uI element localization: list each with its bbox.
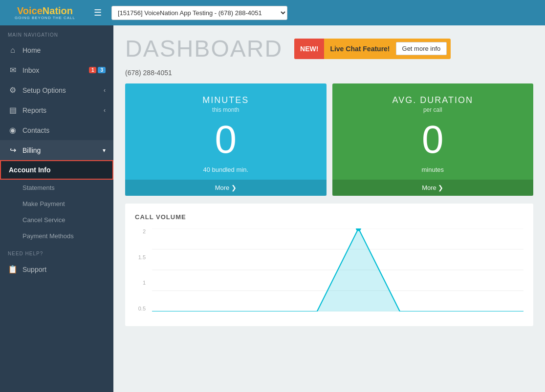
sidebar-item-contacts[interactable]: ◉ Contacts (0, 120, 113, 140)
stats-row: MINUTES this month 0 40 bundled min. Mor… (125, 83, 533, 196)
sidebar-item-support[interactable]: 📋 Support (0, 259, 113, 279)
sidebar-item-billing[interactable]: ↪ Billing ▾ (0, 140, 113, 160)
chart-area: 2 1.5 1 0.5 (135, 228, 523, 326)
dashboard-header: DASHBOARD NEW! Live Chat Feature! Get mo… (125, 35, 533, 62)
duration-card: AVG. DURATION per call 0 minutes More ❯ (332, 83, 534, 196)
logo: VoiceNation GOING BEYOND THE CALL (6, 6, 84, 20)
chart-peak-dot (356, 228, 361, 231)
billing-icon: ↪ (8, 145, 18, 155)
sidebar-item-inbox[interactable]: ✉ Inbox 1 3 (0, 60, 113, 80)
y-label-1: 1 (135, 280, 149, 286)
logo-tagline: GOING BEYOND THE CALL (15, 16, 75, 20)
duration-more-button[interactable]: More ❯ (332, 180, 534, 196)
sidebar-item-reports[interactable]: ▤ Reports ‹ (0, 100, 113, 120)
home-icon: ⌂ (8, 46, 18, 55)
minutes-title: MINUTES (202, 95, 249, 105)
support-label: Support (22, 266, 46, 273)
y-label-2: 2 (135, 228, 149, 234)
logo-text: VoiceNation (17, 6, 73, 16)
sidebar-item-label: Contacts (22, 126, 49, 134)
minutes-card: MINUTES this month 0 40 bundled min. Mor… (125, 83, 327, 196)
badge-1: 1 (89, 67, 97, 73)
sidebar-item-make-payment[interactable]: Make Payment (0, 196, 113, 212)
chevron-icon: ‹ (104, 87, 106, 94)
minutes-footer: 40 bundled min. (203, 166, 248, 173)
main-nav-label: MAIN NAVIGATION (0, 25, 113, 41)
sidebar-item-statements[interactable]: Statements (0, 180, 113, 196)
payment-methods-label: Payment Methods (22, 232, 74, 240)
promo-banner: NEW! Live Chat Feature! Get more info (294, 39, 451, 59)
inbox-icon: ✉ (8, 65, 18, 75)
sidebar-item-account-info[interactable]: Account Info (1, 161, 112, 179)
promo-text: Live Chat Feature! (324, 45, 395, 53)
chevron-down-icon: ▾ (103, 147, 106, 154)
call-volume-section: CALL VOLUME 2 1.5 1 0.5 (125, 204, 533, 326)
phone-number: (678) 288-4051 (125, 69, 533, 77)
duration-subtitle: per call (423, 106, 442, 113)
statements-label: Statements (22, 184, 55, 191)
sidebar-item-label: Inbox (22, 66, 39, 74)
chevron-icon: ‹ (104, 107, 106, 114)
support-icon: 📋 (8, 265, 18, 274)
line-chart-svg (152, 228, 523, 311)
account-info-label: Account Info (9, 166, 51, 174)
sidebar-item-home[interactable]: ⌂ Home (0, 41, 113, 60)
sidebar-item-label: Setup Options (22, 86, 66, 94)
duration-footer: minutes (421, 166, 444, 173)
sidebar-item-label: Billing (22, 146, 41, 154)
account-info-wrapper: Account Info (0, 160, 113, 180)
inbox-badges: 1 3 (89, 67, 106, 73)
contacts-icon: ◉ (8, 125, 18, 135)
get-more-info-button[interactable]: Get more info (396, 42, 447, 55)
sidebar-item-cancel-service[interactable]: Cancel Service (0, 212, 113, 228)
promo-new-label: NEW! (294, 39, 324, 59)
sidebar-item-setup-options[interactable]: ⚙ Setup Options ‹ (0, 80, 113, 100)
make-payment-label: Make Payment (22, 200, 65, 207)
y-label-1-5: 1.5 (135, 254, 149, 260)
hamburger-button[interactable]: ☰ (90, 5, 106, 20)
page-title: DASHBOARD (125, 35, 283, 62)
sidebar-item-label: Home (22, 46, 41, 54)
minutes-subtitle: this month (212, 106, 239, 113)
reports-icon: ▤ (8, 105, 18, 115)
duration-title: AVG. DURATION (392, 95, 473, 105)
duration-value: 0 (422, 118, 444, 161)
sidebar-item-payment-methods[interactable]: Payment Methods (0, 228, 113, 244)
sidebar-item-label: Reports (22, 106, 46, 114)
minutes-value: 0 (215, 118, 237, 161)
top-navbar: VoiceNation GOING BEYOND THE CALL ☰ [151… (0, 0, 545, 25)
chart-title: CALL VOLUME (135, 213, 523, 221)
setup-icon: ⚙ (8, 85, 18, 95)
account-selector[interactable]: [151756] VoiceNation App Testing - (678)… (111, 6, 287, 20)
minutes-more-button[interactable]: More ❯ (125, 180, 327, 196)
y-label-0-5: 0.5 (135, 306, 149, 311)
main-content: DASHBOARD NEW! Live Chat Feature! Get mo… (113, 25, 545, 392)
sidebar: MAIN NAVIGATION ⌂ Home ✉ Inbox 1 3 ⚙ Set… (0, 25, 113, 392)
page-layout: MAIN NAVIGATION ⌂ Home ✉ Inbox 1 3 ⚙ Set… (0, 25, 545, 392)
badge-2: 3 (98, 67, 106, 73)
cancel-service-label: Cancel Service (22, 216, 65, 224)
need-help-label: NEED HELP? (0, 244, 113, 259)
